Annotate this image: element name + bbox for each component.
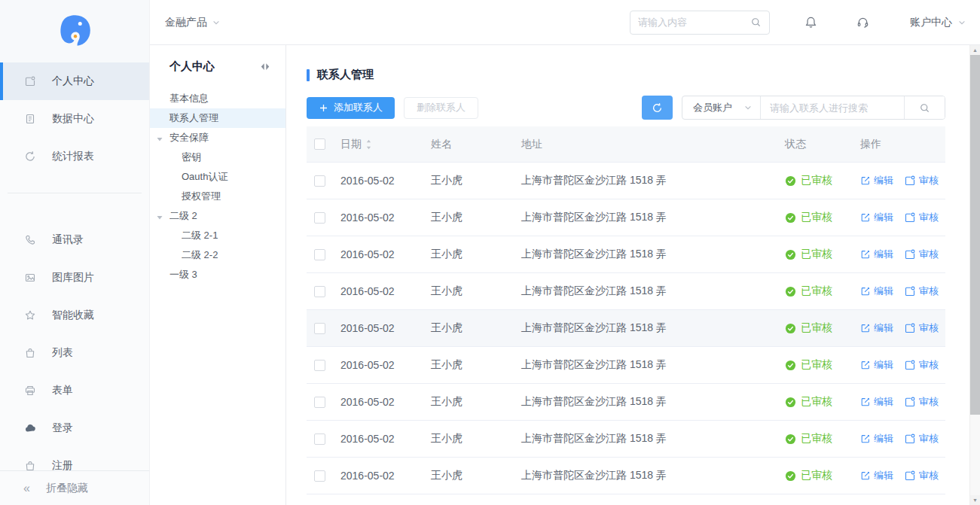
edit-link[interactable]: 编辑 [860, 469, 893, 482]
row-checkbox[interactable] [314, 323, 325, 334]
sidebar-item-form[interactable]: 表单 [0, 372, 149, 409]
cell-checkbox [307, 397, 333, 408]
sidebar-item-gallery[interactable]: 图库图片 [0, 259, 149, 297]
cell-name: 王小虎 [423, 358, 514, 372]
caret-down-icon [156, 134, 163, 145]
collapse-sidebar-button[interactable]: « 折叠隐藏 [0, 470, 149, 505]
row-checkbox[interactable] [314, 434, 325, 445]
contact-search-input[interactable] [770, 102, 895, 114]
edit-link[interactable]: 编辑 [860, 174, 893, 187]
status-label: 已审核 [801, 211, 832, 224]
header-cell[interactable]: 日期 [333, 138, 423, 151]
submenu-item[interactable]: 授权管理 [150, 187, 285, 206]
edit-link[interactable]: 编辑 [860, 284, 893, 298]
cell-checkbox [307, 470, 333, 482]
bell-icon[interactable] [804, 16, 817, 29]
submenu-item[interactable]: 一级 3 [150, 265, 285, 284]
submenu-item[interactable]: 二级 2-1 [150, 226, 285, 245]
account-menu[interactable]: 账户中心 [910, 16, 966, 29]
edit-label: 编辑 [874, 211, 893, 224]
submenu-item[interactable]: 安全保障 [150, 128, 285, 148]
cell-name: 王小虎 [423, 321, 514, 335]
scroll-up-arrow[interactable]: ▲ [970, 45, 980, 55]
global-search-input[interactable] [638, 17, 750, 28]
submenu-item[interactable]: 基本信息 [150, 89, 285, 108]
audit-label: 审核 [919, 469, 939, 482]
edit-link[interactable]: 编辑 [860, 211, 893, 224]
table-row: 2016-05-02王小虎上海市普陀区金沙江路 1518 弄已审核编辑审核 [307, 421, 945, 458]
scroll-down-arrow[interactable]: ▼ [970, 495, 980, 505]
audit-icon [904, 175, 916, 187]
cell-date: 2016-05-02 [333, 248, 423, 260]
cell-address: 上海市普陀区金沙江路 1518 弄 [514, 174, 777, 187]
refresh-button[interactable] [642, 96, 673, 120]
sidebar-item-label: 登录 [52, 421, 73, 435]
table-header-row: 日期姓名地址状态操作 [307, 126, 945, 163]
scrollbar-thumb[interactable] [970, 55, 980, 415]
audit-link[interactable]: 审核 [904, 395, 939, 409]
left-sidebar: 个人中心数据中心统计报表通讯录图库图片智能收藏列表表单登录注册 « 折叠隐藏 [0, 0, 150, 505]
sidebar-item-data-center[interactable]: 数据中心 [0, 100, 149, 138]
submenu-item[interactable]: 密钥 [150, 148, 285, 167]
audit-link[interactable]: 审核 [904, 211, 939, 224]
header-cell: 姓名 [423, 138, 514, 151]
panel-toggle-icon[interactable] [260, 62, 270, 71]
submenu-item[interactable]: Oauth认证 [150, 167, 285, 187]
member-account-select[interactable]: 会员账户 [682, 96, 761, 119]
sidebar-item-login[interactable]: 登录 [0, 409, 149, 447]
select-all-checkbox[interactable] [314, 138, 325, 150]
audit-link[interactable]: 审核 [904, 432, 939, 446]
sidebar-item-contacts-book[interactable]: 通讯录 [0, 221, 149, 259]
search-icon[interactable] [750, 17, 762, 28]
vertical-scrollbar[interactable]: ▲ ▼ [969, 45, 980, 505]
sidebar-item-personal-center[interactable]: 个人中心 [0, 62, 149, 100]
scrollbar-track[interactable] [970, 415, 980, 495]
sidebar-divider [8, 193, 142, 193]
row-checkbox[interactable] [314, 175, 325, 187]
row-checkbox[interactable] [314, 470, 325, 482]
audit-link[interactable]: 审核 [904, 321, 939, 335]
audit-link[interactable]: 审核 [904, 174, 939, 187]
add-contact-button[interactable]: 添加联系人 [307, 97, 395, 119]
contact-search-button[interactable] [904, 96, 945, 119]
submenu-item[interactable]: 二级 2-2 [150, 245, 285, 265]
top-header: 金融产品 账户中心 [150, 0, 980, 45]
row-checkbox[interactable] [314, 249, 325, 260]
headset-icon[interactable] [856, 16, 869, 29]
edit-link[interactable]: 编辑 [860, 321, 893, 335]
audit-link[interactable]: 审核 [904, 248, 939, 261]
submenu-item[interactable]: 二级 2 [150, 206, 285, 226]
edit-link[interactable]: 编辑 [860, 248, 893, 261]
row-checkbox[interactable] [314, 397, 325, 408]
audit-icon [23, 75, 36, 87]
global-search[interactable] [630, 11, 770, 35]
cell-date: 2016-05-02 [333, 211, 423, 224]
row-checkbox[interactable] [314, 360, 325, 371]
audit-link[interactable]: 审核 [904, 284, 939, 298]
audit-link[interactable]: 审核 [904, 358, 939, 372]
cell-date: 2016-05-02 [333, 433, 423, 445]
audit-link[interactable]: 审核 [904, 469, 939, 482]
sidebar-item-smart-favorites[interactable]: 智能收藏 [0, 297, 149, 334]
sidebar-item-list[interactable]: 列表 [0, 334, 149, 372]
product-menu[interactable]: 金融产品 [165, 16, 221, 29]
star-icon [23, 309, 36, 321]
edit-link[interactable]: 编辑 [860, 358, 893, 372]
row-checkbox[interactable] [314, 286, 325, 297]
sidebar-item-stats-report[interactable]: 统计报表 [0, 138, 149, 175]
sort-caret-icon[interactable] [365, 138, 372, 151]
audit-label: 审核 [919, 395, 939, 409]
audit-label: 审核 [919, 284, 939, 298]
status-badge: 已审核 [785, 211, 832, 224]
header-cell: 操作 [853, 138, 945, 151]
delete-contact-button[interactable]: 删除联系人 [404, 97, 478, 119]
status-badge: 已审核 [785, 358, 832, 372]
edit-link[interactable]: 编辑 [860, 395, 893, 409]
submenu-item[interactable]: 联系人管理 [150, 108, 285, 128]
edit-link[interactable]: 编辑 [860, 432, 893, 446]
row-checkbox[interactable] [314, 212, 325, 224]
cell-address: 上海市普陀区金沙江路 1518 弄 [514, 284, 777, 298]
cell-status: 已审核 [777, 248, 853, 261]
contact-search-field[interactable] [761, 96, 904, 119]
toolbar: 添加联系人 删除联系人 会员账户 [307, 96, 945, 120]
